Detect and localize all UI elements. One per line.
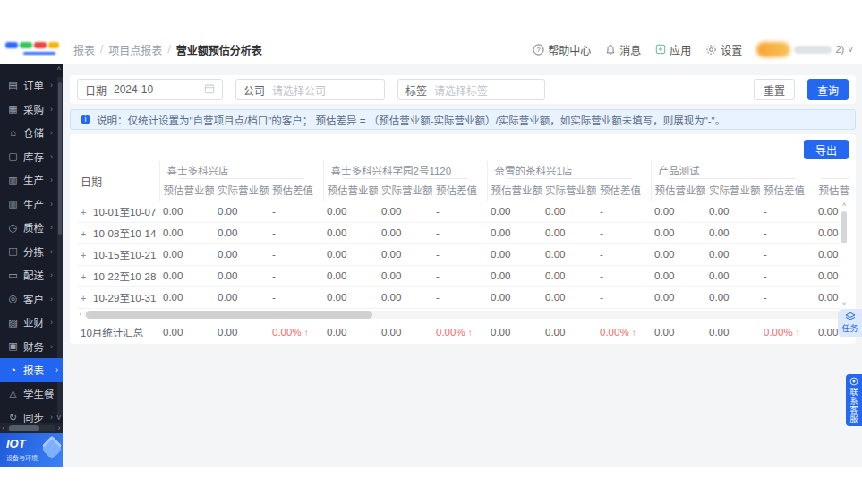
scroll-right-icon[interactable]: › xyxy=(55,423,63,432)
table-cell: 0.00 xyxy=(214,201,269,222)
sidebar-scroll-down-icon[interactable]: v xyxy=(57,414,62,421)
reset-button[interactable]: 重置 xyxy=(754,79,795,100)
summary-cell: 0.00 xyxy=(214,320,269,344)
column-header-date: 日期 xyxy=(77,161,159,201)
customers-icon: ◎ xyxy=(7,293,19,304)
scroll-left-icon[interactable]: ‹ xyxy=(0,423,7,432)
chevron-right-icon: › xyxy=(50,223,53,232)
iot-banner[interactable]: IOT 设备与环境 xyxy=(0,433,63,467)
sidebar-item-8[interactable]: ▭配送› xyxy=(0,263,57,287)
sidebar-item-7[interactable]: ◫分拣› xyxy=(0,240,57,264)
delivery-icon: ▭ xyxy=(7,269,19,281)
date-filter-label: 日期 xyxy=(85,82,107,98)
help-center-button[interactable]: ? 帮助中心 xyxy=(533,42,591,57)
expand-row-button[interactable]: + xyxy=(81,271,90,282)
sidebar-item-6[interactable]: ◷质检› xyxy=(0,216,57,240)
user-menu[interactable]: 2) ˅ xyxy=(756,42,853,57)
scroll-down-icon[interactable]: ˅ xyxy=(842,300,847,309)
breadcrumb-separator: / xyxy=(100,43,103,56)
gear-icon xyxy=(705,44,717,56)
table-cell: - xyxy=(760,243,815,265)
table-cell: 0.00 xyxy=(159,243,214,265)
cube-icon xyxy=(42,440,63,460)
tag-filter-placeholder: 请选择标签 xyxy=(434,82,488,98)
table-cell: 0.00 xyxy=(214,222,269,243)
page-title: 营业额预估分析表 xyxy=(176,42,262,57)
table-cell: - xyxy=(432,222,487,243)
sidebar-hscrollbar[interactable]: ‹ › xyxy=(0,423,63,433)
sidebar-item-9[interactable]: ◎客户› xyxy=(0,287,57,312)
date-filter[interactable]: 日期 2024-10 xyxy=(77,79,223,100)
sidebar-scroll-up-icon[interactable]: ^ xyxy=(57,66,61,73)
app-window: 报表 / 项目点报表 / 营业额预估分析表 ? 帮助中心 消息 应用 设置 xyxy=(0,0,862,504)
calendar-icon xyxy=(204,83,215,97)
tag-filter[interactable]: 标签 请选择标签 xyxy=(397,79,545,100)
scroll-left-icon[interactable]: ‹ xyxy=(77,310,84,320)
table-cell: - xyxy=(432,286,487,308)
summary-cell: 0.00% ↑ xyxy=(596,320,651,344)
settings-button[interactable]: 设置 xyxy=(705,42,742,57)
sidebar-item-label: 业财 xyxy=(23,315,44,329)
sidebar-item-11[interactable]: ▣财务› xyxy=(0,335,57,359)
breadcrumb: 报表 / 项目点报表 / 营业额预估分析表 xyxy=(73,34,262,64)
table-vertical-scrollbar[interactable]: ˄ ˅ xyxy=(840,201,849,309)
table-cell: 0.00 xyxy=(378,286,432,308)
export-button[interactable]: 导出 xyxy=(804,140,849,159)
expand-row-button[interactable]: + xyxy=(81,250,90,261)
sidebar-item-13[interactable]: △学生餐 xyxy=(0,382,57,406)
table-cell: - xyxy=(269,286,323,308)
arrow-up-icon: ↑ xyxy=(304,328,309,337)
help-center-label: 帮助中心 xyxy=(548,42,591,57)
breadcrumb-project-reports[interactable]: 项目点报表 xyxy=(108,42,162,57)
bizfinance-icon: ▨ xyxy=(7,317,19,329)
sidebar-item-10[interactable]: ▨业财› xyxy=(0,311,57,335)
sidebar-item-12[interactable]: ◔报表› xyxy=(0,358,63,382)
row-date-range: 10-08至10-14 xyxy=(93,228,156,239)
search-button[interactable]: 查询 xyxy=(807,79,849,100)
apps-button[interactable]: 应用 xyxy=(655,42,691,57)
sidebar-item-2[interactable]: ⌂仓储› xyxy=(0,121,57,145)
sidebar-item-3[interactable]: ▢库存› xyxy=(0,145,57,169)
tasks-widget[interactable]: 任务 xyxy=(838,309,862,337)
row-date-range: 10-15至10-21 xyxy=(93,250,156,261)
hscroll-thumb[interactable] xyxy=(86,311,372,319)
table-cell: 0.00 xyxy=(705,243,760,265)
table-cell: - xyxy=(596,222,651,243)
expand-row-button[interactable]: + xyxy=(81,207,90,218)
sidebar-item-1[interactable]: ▦采购› xyxy=(0,98,57,122)
summary-cell: 0.00% ↑ xyxy=(269,320,323,344)
table-cell: 0.00 xyxy=(378,201,432,222)
vscroll-thumb[interactable] xyxy=(841,211,847,243)
expand-row-button[interactable]: + xyxy=(81,228,90,239)
user-name-suffix: 2) xyxy=(835,44,844,55)
sidebar-item-0[interactable]: ▤订单› xyxy=(0,73,57,98)
quality-icon: ◷ xyxy=(7,222,19,234)
avatar xyxy=(756,42,790,57)
chevron-down-icon: ˅ xyxy=(848,45,853,55)
info-icon: i xyxy=(80,114,91,125)
sidebar-item-5[interactable]: ▥生产› xyxy=(0,192,57,217)
finance-icon: ▣ xyxy=(7,340,19,352)
bell-icon xyxy=(605,44,616,56)
student-meal-icon: △ xyxy=(7,388,19,399)
subcolumn-header: 预估差值 xyxy=(596,179,651,201)
chevron-right-icon: › xyxy=(50,105,53,114)
table-cell: - xyxy=(269,222,323,243)
customer-service-button[interactable]: 联系客服 xyxy=(846,374,862,426)
sidebar-item-label: 报表 xyxy=(23,363,44,377)
breadcrumb-reports[interactable]: 报表 xyxy=(73,42,95,57)
table-cell: - xyxy=(596,243,651,265)
svg-text:?: ? xyxy=(537,46,541,54)
scroll-up-icon[interactable]: ˄ xyxy=(842,201,847,209)
arrow-up-icon: ↑ xyxy=(632,328,636,337)
main-content: 日期 2024-10 公司 请选择公司 标签 请选择标签 重置 查询 i 说明：… xyxy=(63,64,862,467)
expand-row-button[interactable]: + xyxy=(81,293,90,303)
table-cell: 0.00 xyxy=(651,243,705,265)
chevron-right-icon: › xyxy=(50,152,53,161)
table-horizontal-scrollbar[interactable]: ‹ › xyxy=(77,310,849,320)
table-cell: 0.00 xyxy=(323,201,378,222)
arrow-up-icon: ↑ xyxy=(796,328,800,337)
company-filter[interactable]: 公司 请选择公司 xyxy=(235,79,385,100)
messages-button[interactable]: 消息 xyxy=(605,42,641,57)
sidebar-item-4[interactable]: ▥生产› xyxy=(0,168,57,192)
